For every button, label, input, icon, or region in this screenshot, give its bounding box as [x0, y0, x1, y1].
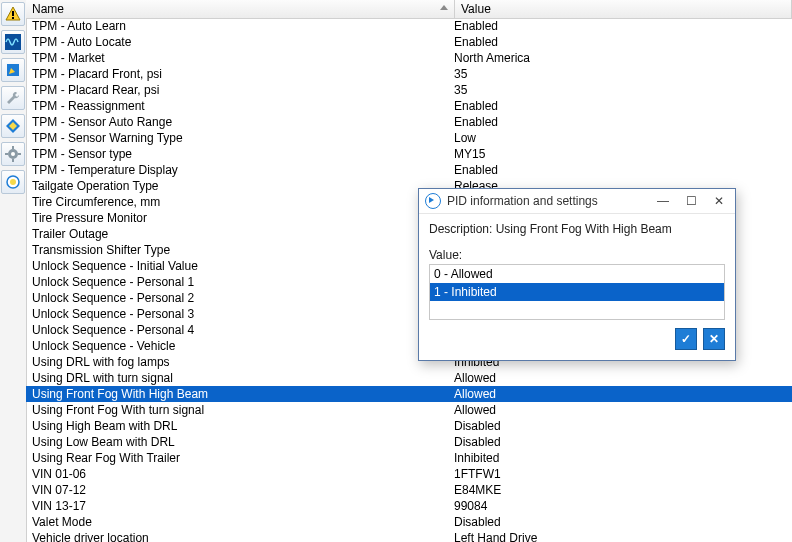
dialog-title: PID information and settings	[447, 194, 649, 208]
value-label: Value:	[429, 248, 725, 262]
cell-name: VIN 13-17	[26, 498, 448, 514]
table-row[interactable]: TPM - Auto LocateEnabled	[26, 34, 792, 50]
table-row[interactable]: TPM - Sensor typeMY15	[26, 146, 792, 162]
svg-rect-2	[12, 17, 14, 19]
dialog-description: Description: Using Front Fog With High B…	[429, 222, 725, 236]
cell-value: 35	[448, 66, 792, 82]
cell-name: Using Front Fog With turn signal	[26, 402, 448, 418]
svg-rect-9	[12, 146, 14, 149]
svg-rect-1	[12, 11, 14, 16]
column-header-label: Name	[32, 2, 64, 16]
table-row[interactable]: TPM - Auto LearnEnabled	[26, 18, 792, 34]
table-row[interactable]: TPM - Sensor Auto RangeEnabled	[26, 114, 792, 130]
cell-value: MY15	[448, 146, 792, 162]
cell-name: TPM - Market	[26, 50, 448, 66]
cell-name: Unlock Sequence - Personal 2	[26, 290, 448, 306]
cell-name: TPM - Auto Learn	[26, 18, 448, 34]
value-option[interactable]: 0 - Allowed	[430, 265, 724, 283]
cell-value: Enabled	[448, 34, 792, 50]
cell-name: Tailgate Operation Type	[26, 178, 448, 194]
cell-value: Enabled	[448, 18, 792, 34]
table-row[interactable]: TPM - MarketNorth America	[26, 50, 792, 66]
cell-name: TPM - Sensor type	[26, 146, 448, 162]
dialog-body: Description: Using Front Fog With High B…	[419, 214, 735, 360]
cell-name: TPM - Reassignment	[26, 98, 448, 114]
table-row[interactable]: Using Front Fog With High BeamAllowed	[26, 386, 792, 402]
dialog-actions: ✓ ✕	[429, 328, 725, 350]
table-row[interactable]: Vehicle driver locationLeft Hand Drive	[26, 530, 792, 542]
svg-point-14	[10, 179, 16, 185]
cell-name: Using DRL with fog lamps	[26, 354, 448, 370]
cell-name: Using Rear Fog With Trailer	[26, 450, 448, 466]
table-row[interactable]: Using Front Fog With turn signalAllowed	[26, 402, 792, 418]
cell-name: Unlock Sequence - Personal 3	[26, 306, 448, 322]
cell-value: Disabled	[448, 514, 792, 530]
table-row[interactable]: TPM - Sensor Warning TypeLow	[26, 130, 792, 146]
close-button[interactable]: ✕	[705, 191, 733, 211]
side-toolbar	[0, 0, 27, 542]
table-row[interactable]: TPM - ReassignmentEnabled	[26, 98, 792, 114]
ok-button[interactable]: ✓	[675, 328, 697, 350]
edit-icon[interactable]	[1, 58, 25, 82]
minimize-button[interactable]: —	[649, 191, 677, 211]
cell-value: Enabled	[448, 162, 792, 178]
cell-name: TPM - Placard Rear, psi	[26, 82, 448, 98]
cell-value: Allowed	[448, 370, 792, 386]
cell-name: TPM - Placard Front, psi	[26, 66, 448, 82]
cell-name: Using Front Fog With High Beam	[26, 386, 448, 402]
cell-name: Unlock Sequence - Initial Value	[26, 258, 448, 274]
cell-name: Transmission Shifter Type	[26, 242, 448, 258]
svg-rect-3	[5, 34, 21, 50]
cell-name: Using High Beam with DRL	[26, 418, 448, 434]
grid-header: Name Value	[26, 0, 792, 19]
diamond-icon[interactable]	[1, 114, 25, 138]
cell-name: Valet Mode	[26, 514, 448, 530]
cell-value: Left Hand Drive	[448, 530, 792, 542]
column-header-name[interactable]: Name	[26, 0, 455, 18]
waveform-icon[interactable]	[1, 30, 25, 54]
cell-name: Unlock Sequence - Personal 4	[26, 322, 448, 338]
maximize-button[interactable]: ☐	[677, 191, 705, 211]
cell-name: Vehicle driver location	[26, 530, 448, 542]
cell-value: 35	[448, 82, 792, 98]
svg-point-8	[11, 152, 15, 156]
cell-value: Inhibited	[448, 450, 792, 466]
cell-value: Disabled	[448, 434, 792, 450]
wrench-icon[interactable]	[1, 86, 25, 110]
table-row[interactable]: VIN 07-12E84MKE	[26, 482, 792, 498]
cell-value: Enabled	[448, 98, 792, 114]
value-options-list[interactable]: 0 - Allowed1 - Inhibited	[429, 264, 725, 320]
table-row[interactable]: VIN 01-061FTFW1	[26, 466, 792, 482]
table-row[interactable]: Using DRL with turn signalAllowed	[26, 370, 792, 386]
cell-value: Low	[448, 130, 792, 146]
description-label: Description:	[429, 222, 492, 236]
cell-value: 99084	[448, 498, 792, 514]
dialog-titlebar[interactable]: PID information and settings — ☐ ✕	[419, 189, 735, 214]
cell-name: VIN 01-06	[26, 466, 448, 482]
gear-icon[interactable]	[1, 142, 25, 166]
cell-name: TPM - Sensor Warning Type	[26, 130, 448, 146]
cell-value: Enabled	[448, 114, 792, 130]
cell-value: Allowed	[448, 402, 792, 418]
svg-rect-10	[12, 159, 14, 162]
warning-icon[interactable]	[1, 2, 25, 26]
table-row[interactable]: TPM - Placard Front, psi35	[26, 66, 792, 82]
table-row[interactable]: Using Low Beam with DRLDisabled	[26, 434, 792, 450]
target-icon[interactable]	[1, 170, 25, 194]
cell-name: Unlock Sequence - Personal 1	[26, 274, 448, 290]
cell-name: Tire Circumference, mm	[26, 194, 448, 210]
table-row[interactable]: VIN 13-1799084	[26, 498, 792, 514]
value-option[interactable]: 1 - Inhibited	[430, 283, 724, 301]
cancel-button[interactable]: ✕	[703, 328, 725, 350]
table-row[interactable]: Using High Beam with DRLDisabled	[26, 418, 792, 434]
table-row[interactable]: Valet ModeDisabled	[26, 514, 792, 530]
cell-name: TPM - Temperature Display	[26, 162, 448, 178]
column-header-value[interactable]: Value	[455, 0, 792, 18]
cell-name: TPM - Sensor Auto Range	[26, 114, 448, 130]
table-row[interactable]: Using Rear Fog With TrailerInhibited	[26, 450, 792, 466]
cell-name: Trailer Outage	[26, 226, 448, 242]
pid-settings-dialog: PID information and settings — ☐ ✕ Descr…	[418, 188, 736, 361]
sort-asc-icon	[440, 5, 448, 10]
table-row[interactable]: TPM - Placard Rear, psi35	[26, 82, 792, 98]
table-row[interactable]: TPM - Temperature DisplayEnabled	[26, 162, 792, 178]
